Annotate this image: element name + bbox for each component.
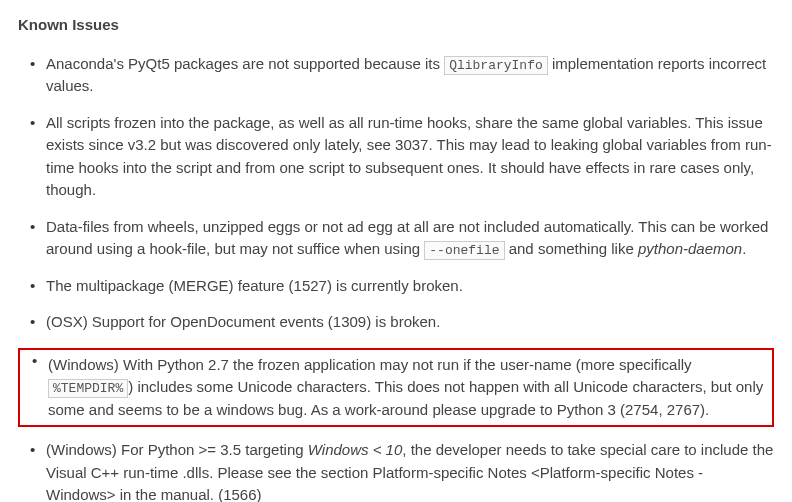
code-tempdir: %TEMPDIR%	[48, 379, 128, 398]
issue-item-data-files: Data-files from wheels, unzipped eggs or…	[18, 216, 774, 261]
text-segment: and something like	[505, 240, 638, 257]
issue-item-multipackage: The multipackage (MERGE) feature (1527) …	[18, 275, 774, 298]
issue-item-osx-opendocument: (OSX) Support for OpenDocument events (1…	[18, 311, 774, 334]
code-onefile: --onefile	[424, 241, 504, 260]
text-segment: (Windows) With Python 2.7 the frozen app…	[48, 356, 692, 373]
section-heading: Known Issues	[18, 14, 774, 37]
issue-item-windows-python35: (Windows) For Python >= 3.5 targeting Wi…	[18, 439, 774, 502]
issue-item-anaconda-pyqt5: Anaconda's PyQt5 packages are not suppor…	[18, 53, 774, 98]
text-segment: ) includes some Unicode characters. This…	[48, 378, 763, 418]
text-segment: .	[742, 240, 746, 257]
text-segment: The multipackage (MERGE) feature (1527) …	[46, 277, 463, 294]
text-segment: All scripts frozen into the package, as …	[46, 114, 772, 199]
italic-python-daemon: python-daemon	[638, 240, 742, 257]
text-segment: Anaconda's PyQt5 packages are not suppor…	[46, 55, 444, 72]
italic-windows-lt-10: Windows < 10	[308, 441, 403, 458]
known-issues-list: Anaconda's PyQt5 packages are not suppor…	[18, 53, 774, 503]
issue-item-windows-python27-highlighted: (Windows) With Python 2.7 the frozen app…	[18, 348, 774, 428]
text-segment: (Windows) For Python >= 3.5 targeting	[46, 441, 308, 458]
issue-item-global-variables: All scripts frozen into the package, as …	[18, 112, 774, 202]
code-qlibraryinfo: QlibraryInfo	[444, 56, 548, 75]
text-segment: (OSX) Support for OpenDocument events (1…	[46, 313, 440, 330]
